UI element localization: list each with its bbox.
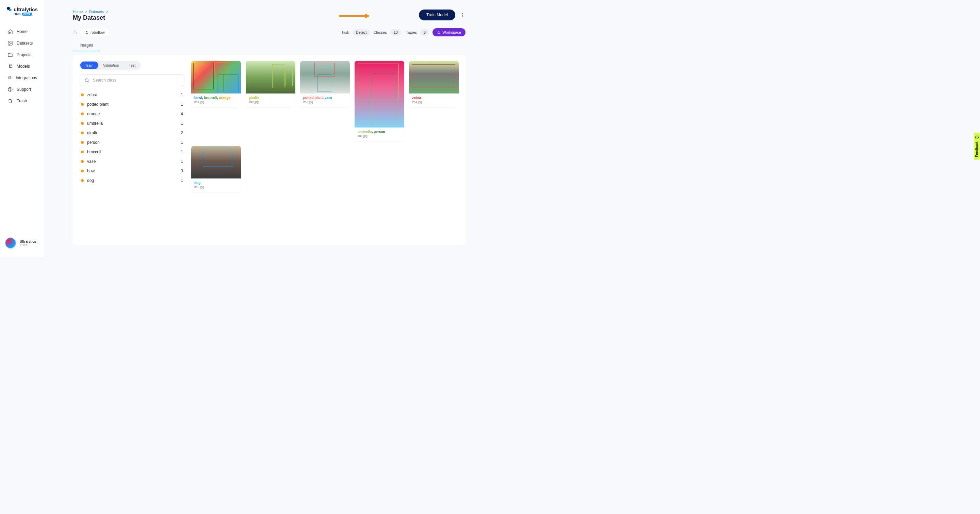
content-panel: Train Validation Test zebra1potted plant… (73, 55, 466, 245)
image-card[interactable]: potted plant, vase im3.jpg (300, 61, 350, 107)
class-dot (81, 103, 84, 106)
sidebar-item-trash[interactable]: Trash (0, 95, 45, 107)
workspace-icon (437, 30, 441, 34)
folder-icon (8, 52, 13, 57)
class-dot (81, 94, 84, 96)
user-icon (85, 30, 89, 34)
class-dot (81, 122, 84, 125)
image-card[interactable]: umbrella, person im6.jpg (355, 61, 404, 141)
logo[interactable]: ultralytics HUB BETA (0, 6, 45, 18)
sidebar-footer[interactable]: Ultralytics FREE (0, 234, 45, 252)
split-tabs: Train Validation Test (80, 61, 141, 70)
sidebar-item-datasets[interactable]: Datasets (0, 37, 45, 49)
class-row[interactable]: person1 (80, 138, 185, 147)
svg-point-10 (86, 79, 89, 82)
card-file: im6.jpg (358, 134, 401, 138)
breadcrumb-datasets[interactable]: Datasets (89, 10, 104, 14)
sidebar-item-label: Integrations (16, 76, 37, 80)
split-validation[interactable]: Validation (98, 62, 124, 69)
card-file: im2.jpg (249, 100, 292, 104)
classes-value: 10 (390, 29, 401, 36)
svg-point-9 (86, 31, 87, 32)
class-count: 3 (181, 169, 183, 173)
card-file: im3.jpg (303, 100, 347, 104)
sidebar-item-label: Projects (17, 52, 31, 57)
card-image (246, 61, 295, 94)
breadcrumb-home[interactable]: Home (73, 10, 83, 14)
sidebar-item-integrations[interactable]: Integrations (0, 72, 45, 84)
card-file: im4.jpg (412, 100, 456, 104)
avatar (5, 237, 16, 249)
class-count: 1 (181, 159, 183, 164)
more-menu-button[interactable] (459, 11, 466, 18)
image-card[interactable]: dog im5.jpg (191, 146, 241, 192)
class-row[interactable]: umbrella1 (80, 119, 185, 128)
card-file: im5.jpg (194, 185, 238, 189)
sidebar-item-label: Home (17, 29, 27, 34)
card-labels: potted plant, vase (303, 96, 347, 100)
class-name: giraffe (87, 130, 98, 135)
class-row[interactable]: orange4 (80, 109, 185, 119)
svg-point-5 (10, 90, 10, 91)
sidebar-item-label: Datasets (17, 41, 33, 46)
class-count: 1 (181, 140, 183, 145)
class-name: orange (87, 111, 100, 116)
classes-label: Classes (374, 30, 387, 34)
class-row[interactable]: broccoli1 (80, 147, 185, 157)
sidebar: ultralytics HUB BETA Home Datasets Proje… (0, 0, 45, 257)
image-card[interactable]: bowl, broccoli, orange im1.jpg (191, 61, 241, 107)
home-icon (8, 29, 13, 34)
card-image (191, 146, 241, 178)
search-input[interactable] (80, 75, 185, 86)
class-count: 1 (181, 121, 183, 126)
nav: Home Datasets Projects Models Integratio… (0, 26, 45, 234)
split-test[interactable]: Test (124, 62, 140, 69)
beta-badge: BETA (22, 13, 32, 16)
tab-images[interactable]: Images (73, 40, 100, 51)
task-label: Task (341, 30, 349, 34)
class-row[interactable]: bowl3 (80, 166, 185, 176)
sidebar-item-home[interactable]: Home (0, 26, 45, 37)
workspace-button[interactable]: Workspace (433, 28, 466, 36)
class-name: broccoli (87, 149, 101, 154)
brand-name: ultralytics (14, 6, 38, 12)
breadcrumb-sep: > (106, 10, 108, 14)
class-row[interactable]: dog1 (80, 176, 185, 185)
class-name: umbrella (87, 121, 103, 126)
card-labels: giraffe (249, 96, 292, 100)
sidebar-item-label: Trash (17, 98, 27, 103)
class-row[interactable]: giraffe2 (80, 128, 185, 138)
class-dot (81, 179, 84, 182)
class-count: 1 (181, 102, 183, 107)
class-name: vase (87, 159, 95, 164)
main: Home > Datasets > My Dataset Train Model (45, 0, 490, 257)
class-row[interactable]: vase1 (80, 157, 185, 166)
class-dot (81, 113, 84, 115)
sidebar-item-label: Models (17, 64, 30, 69)
owner-chip[interactable]: roboflow (81, 29, 109, 36)
breadcrumb: Home > Datasets > (73, 10, 109, 14)
card-image (300, 61, 350, 94)
split-train[interactable]: Train (80, 62, 98, 69)
class-row[interactable]: zebra1 (80, 90, 185, 100)
class-dot (81, 132, 84, 134)
lock-icon (73, 30, 78, 35)
class-dot (81, 151, 84, 153)
card-labels: bowl, broccoli, orange (194, 96, 238, 100)
layers-icon (8, 75, 12, 81)
sidebar-item-support[interactable]: Support (0, 84, 45, 95)
models-icon (8, 63, 13, 69)
class-name: dog (87, 178, 94, 183)
class-dot (81, 141, 84, 144)
train-model-button[interactable]: Train Model (419, 10, 455, 21)
card-labels: zebra (412, 96, 456, 100)
sidebar-item-models[interactable]: Models (0, 60, 45, 72)
owner-name: roboflow (91, 30, 105, 34)
brand-sub: HUB (14, 12, 21, 16)
sidebar-item-projects[interactable]: Projects (0, 49, 45, 60)
images-label: Images (404, 30, 417, 34)
image-card[interactable]: giraffe im2.jpg (246, 61, 295, 107)
class-row[interactable]: potted plant1 (80, 100, 185, 109)
page-title: My Dataset (73, 14, 109, 21)
image-card[interactable]: zebra im4.jpg (409, 61, 459, 107)
